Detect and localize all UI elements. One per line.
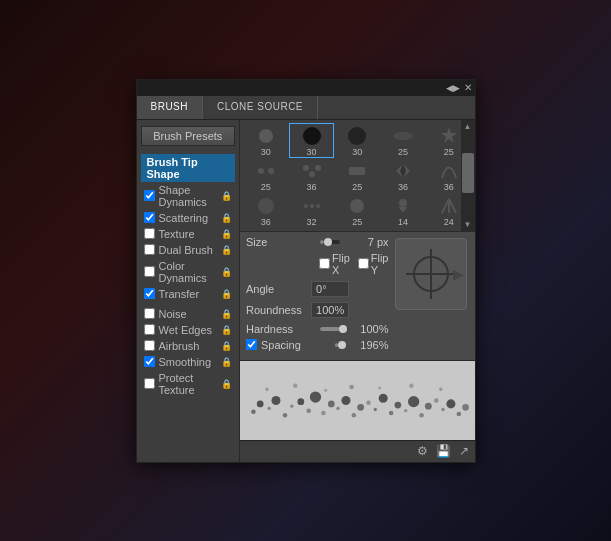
airbrush-checkbox[interactable]	[144, 340, 155, 351]
collapse-icon[interactable]: ◀▶	[446, 83, 460, 93]
spacing-slider[interactable]	[335, 343, 339, 347]
scattering-checkbox[interactable]	[144, 212, 155, 223]
scroll-up-icon[interactable]: ▲	[462, 120, 474, 133]
swatch-5[interactable]: 25	[244, 159, 288, 192]
size-slider[interactable]	[320, 240, 339, 244]
swatch-12[interactable]: 25	[335, 194, 379, 227]
swatch-1[interactable]: 30	[290, 124, 334, 157]
lock-icon: 🔒	[221, 191, 232, 201]
export-icon[interactable]: ↗	[459, 444, 469, 458]
transfer-checkbox[interactable]	[144, 288, 155, 299]
svg-point-48	[446, 399, 455, 408]
brush-list-item-airbrush[interactable]: Airbrush 🔒	[141, 338, 236, 354]
swatch-8[interactable]: 36	[381, 159, 425, 192]
svg-point-49	[457, 411, 462, 416]
texture-checkbox[interactable]	[144, 228, 155, 239]
svg-point-9	[315, 165, 321, 171]
hardness-slider[interactable]	[320, 327, 339, 331]
tab-brush[interactable]: BRUSH	[137, 96, 204, 119]
svg-point-15	[310, 204, 314, 208]
svg-point-24	[268, 406, 271, 409]
panel-titlebar: ◀▶ ✕	[137, 80, 475, 96]
flip-x-checkbox[interactable]	[319, 258, 330, 269]
svg-point-50	[462, 403, 469, 410]
scroll-down-icon[interactable]: ▼	[462, 218, 474, 231]
svg-point-5	[258, 168, 264, 174]
swatch-6[interactable]: 36	[290, 159, 334, 192]
svg-point-27	[290, 404, 293, 407]
svg-point-7	[303, 165, 309, 171]
brush-list-item-scattering[interactable]: Scattering 🔒	[141, 210, 236, 226]
spacing-checkbox[interactable]	[246, 339, 257, 350]
swatch-2[interactable]: 30	[335, 124, 379, 157]
shape-dynamics-checkbox[interactable]	[144, 190, 155, 201]
brush-controls: Size 7 px Flip X	[240, 232, 394, 360]
swatch-3[interactable]: 25	[381, 124, 425, 157]
brush-preview-circle: ▶	[395, 238, 467, 310]
svg-point-35	[352, 412, 357, 417]
svg-point-17	[350, 199, 364, 213]
wet-edges-checkbox[interactable]	[144, 324, 155, 335]
lock-icon: 🔒	[221, 341, 232, 351]
brush-list-item-noise[interactable]: Noise 🔒	[141, 306, 236, 322]
item-label: Brush Tip Shape	[147, 156, 233, 180]
scroll-thumb[interactable]	[462, 153, 474, 193]
lock-icon: 🔒	[221, 379, 232, 389]
item-label: Texture	[159, 228, 195, 240]
tab-bar: BRUSH CLONE SOURCE	[137, 96, 475, 120]
svg-point-2	[348, 127, 366, 145]
brush-list-item-dual-brush[interactable]: Dual Brush 🔒	[141, 242, 236, 258]
svg-point-41	[395, 401, 402, 408]
brush-list-item-smoothing[interactable]: Smoothing 🔒	[141, 354, 236, 370]
svg-point-28	[297, 398, 304, 405]
svg-line-20	[449, 199, 456, 213]
swatch-7[interactable]: 25	[335, 159, 379, 192]
svg-point-56	[409, 383, 414, 388]
smoothing-checkbox[interactable]	[144, 356, 155, 367]
panel-body: Brush Presets Brush Tip Shape Shape Dyna…	[137, 120, 475, 462]
svg-point-18	[399, 199, 407, 207]
swatch-10[interactable]: 36	[244, 194, 288, 227]
controls-area: Size 7 px Flip X	[240, 232, 474, 360]
swatch-13[interactable]: 14	[381, 194, 425, 227]
dual-brush-checkbox[interactable]	[144, 244, 155, 255]
brush-list-item-shape-dynamics[interactable]: Shape Dynamics 🔒	[141, 182, 236, 210]
spacing-value: 196%	[344, 339, 389, 351]
svg-point-52	[293, 383, 298, 388]
svg-point-13	[258, 198, 274, 214]
brush-list-item-transfer[interactable]: Transfer 🔒	[141, 286, 236, 302]
roundness-label: Roundness	[246, 304, 311, 316]
arrow-right-icon: ▶	[453, 266, 464, 282]
swatch-11[interactable]: 32	[290, 194, 334, 227]
brush-list-item-texture[interactable]: Texture 🔒	[141, 226, 236, 242]
save-icon[interactable]: 💾	[436, 444, 451, 458]
svg-point-45	[425, 402, 432, 409]
tab-clone-source[interactable]: CLONE SOURCE	[203, 96, 318, 119]
swatches-scrollbar[interactable]: ▲ ▼	[461, 120, 475, 231]
brush-list-item-wet-edges[interactable]: Wet Edges 🔒	[141, 322, 236, 338]
flip-y-label: Flip Y	[371, 252, 389, 276]
brush-presets-button[interactable]: Brush Presets	[141, 126, 236, 146]
item-label: Dual Brush	[159, 244, 213, 256]
brush-list-item-brush-tip-shape[interactable]: Brush Tip Shape	[141, 154, 236, 182]
crosshair-icon	[406, 249, 456, 299]
lock-icon: 🔒	[221, 213, 232, 223]
protect-texture-checkbox[interactable]	[144, 378, 155, 389]
brush-stroke-preview	[240, 361, 474, 440]
brush-panel: ◀▶ ✕ BRUSH CLONE SOURCE Brush Presets Br…	[136, 79, 476, 463]
hardness-value: 100%	[344, 323, 389, 335]
noise-checkbox[interactable]	[144, 308, 155, 319]
svg-point-44	[419, 412, 424, 417]
close-icon[interactable]: ✕	[464, 82, 472, 93]
brush-list-item-color-dynamics[interactable]: Color Dynamics 🔒	[141, 258, 236, 286]
swatch-0[interactable]: 30	[244, 124, 288, 157]
size-control-row: Size 7 px	[246, 236, 388, 248]
angle-value: 0°	[311, 281, 349, 297]
svg-point-16	[316, 204, 320, 208]
lock-icon: 🔒	[221, 357, 232, 367]
brush-list-item-protect-texture[interactable]: Protect Texture 🔒	[141, 370, 236, 398]
svg-point-29	[306, 408, 311, 413]
color-dynamics-checkbox[interactable]	[144, 266, 155, 277]
settings-icon[interactable]: ⚙	[417, 444, 428, 458]
flip-y-checkbox[interactable]	[358, 258, 369, 269]
